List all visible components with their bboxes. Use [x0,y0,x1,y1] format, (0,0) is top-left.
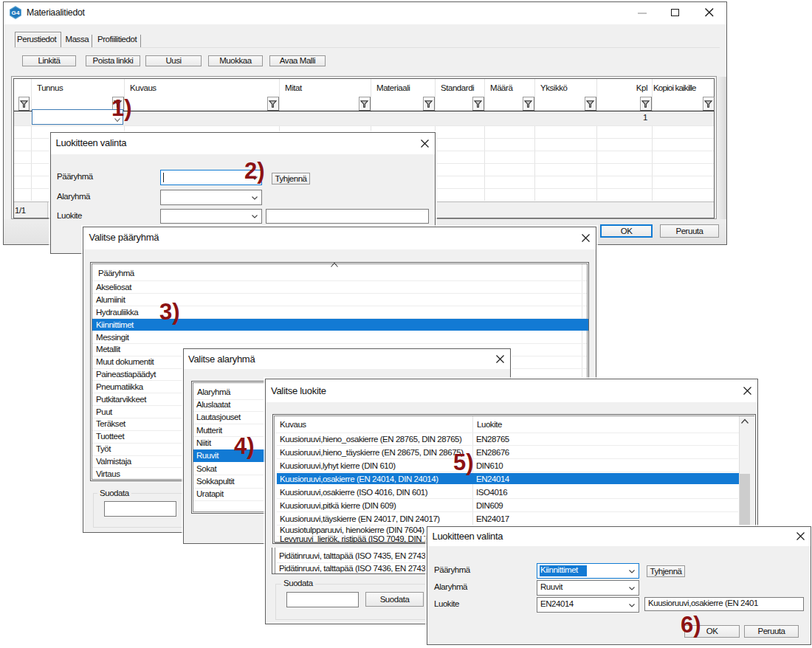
svg-text:G4: G4 [12,10,20,16]
